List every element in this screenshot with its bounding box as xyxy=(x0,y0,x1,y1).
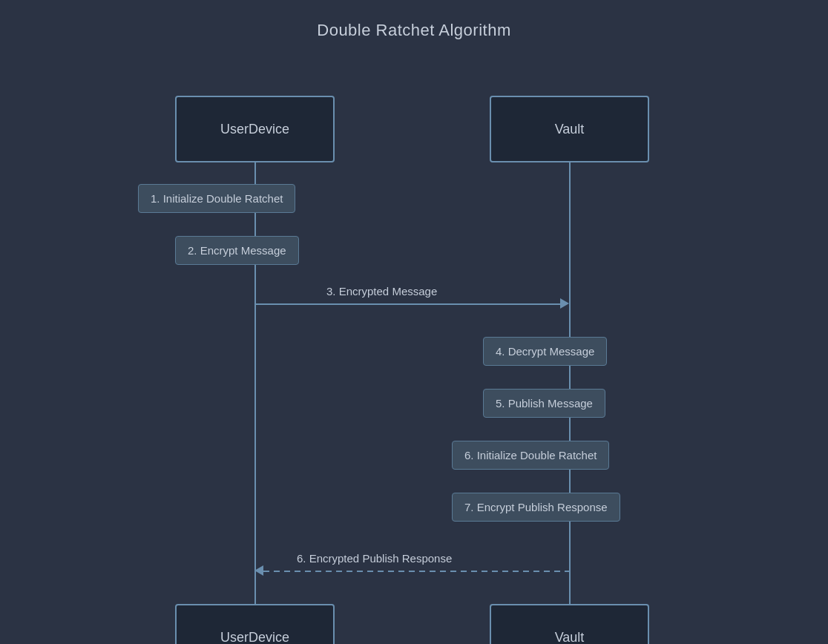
publish-response-label: 6. Encrypted Publish Response xyxy=(297,552,452,565)
diagram: UserDevice Vault 1. Initialize Double Ra… xyxy=(0,40,828,644)
step2-box: 2. Encrypt Message xyxy=(175,236,299,265)
vault-bottom-actor: Vault xyxy=(490,604,649,644)
encrypted-msg-arrow-line xyxy=(254,303,560,305)
page-title: Double Ratchet Algorithm xyxy=(317,21,510,40)
userdevice-top-actor: UserDevice xyxy=(175,96,335,162)
publish-response-arrowhead xyxy=(254,565,263,576)
step5-box: 5. Publish Message xyxy=(483,389,605,418)
vault-top-actor: Vault xyxy=(490,96,649,162)
encrypted-msg-arrowhead xyxy=(560,298,569,309)
publish-response-arrow-line xyxy=(263,571,569,572)
encrypted-msg-label: 3. Encrypted Message xyxy=(326,285,437,298)
step6-box: 6. Initialize Double Ratchet xyxy=(452,441,609,470)
userdevice-bottom-actor: UserDevice xyxy=(175,604,335,644)
step7-box: 7. Encrypt Publish Response xyxy=(452,493,620,522)
step4-box: 4. Decrypt Message xyxy=(483,337,607,366)
step1-box: 1. Initialize Double Ratchet xyxy=(138,184,295,213)
